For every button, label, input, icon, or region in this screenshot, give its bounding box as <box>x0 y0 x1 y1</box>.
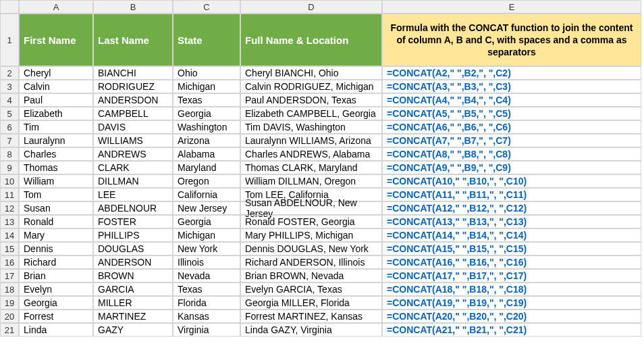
cell-A18[interactable]: Evelyn <box>19 282 93 296</box>
cell-D15[interactable]: Dennis DOUGLAS, New York <box>240 242 382 255</box>
row-header-7[interactable]: 7 <box>0 134 19 147</box>
cell-E15[interactable]: =CONCAT(A15," ",B15,", ",C15) <box>382 242 641 255</box>
cell-C12[interactable]: New Jersey <box>173 201 240 215</box>
row-header-3[interactable]: 3 <box>0 80 19 93</box>
row-header-2[interactable]: 2 <box>0 66 19 80</box>
row-header-5[interactable]: 5 <box>0 107 19 120</box>
cell-C1[interactable]: State <box>173 14 240 66</box>
cell-A5[interactable]: Elizabeth <box>19 107 93 120</box>
cell-E7[interactable]: =CONCAT(A7," ",B7,", ",C7) <box>382 134 641 147</box>
cell-D17[interactable]: Brian BROWN, Nevada <box>240 269 382 282</box>
cell-B2[interactable]: BIANCHI <box>93 66 173 80</box>
cell-E13[interactable]: =CONCAT(A13," ",B13,", ",C13) <box>382 215 641 228</box>
cell-A11[interactable]: Tom <box>19 188 93 201</box>
cell-E20[interactable]: =CONCAT(A20," ",B20,", ",C20) <box>382 310 641 323</box>
col-header-B[interactable]: B <box>93 0 173 14</box>
cell-A1[interactable]: First Name <box>19 14 93 66</box>
cell-B6[interactable]: DAVIS <box>93 120 173 134</box>
cell-C11[interactable]: California <box>173 188 240 201</box>
cell-C19[interactable]: Florida <box>173 296 240 310</box>
cell-A9[interactable]: Thomas <box>19 161 93 174</box>
cell-D3[interactable]: Calvin RODRIGUEZ, Michigan <box>240 80 382 93</box>
cell-D18[interactable]: Evelyn GARCIA, Texas <box>240 282 382 296</box>
cell-B3[interactable]: RODRIGUEZ <box>93 80 173 93</box>
cell-A16[interactable]: Richard <box>19 255 93 269</box>
cell-D1[interactable]: Full Name & Location <box>240 14 382 66</box>
cell-A15[interactable]: Dennis <box>19 242 93 255</box>
cell-C3[interactable]: Michigan <box>173 80 240 93</box>
cell-C17[interactable]: Nevada <box>173 269 240 282</box>
row-header-14[interactable]: 14 <box>0 228 19 242</box>
spreadsheet-grid[interactable]: A B C D E 1 First Name Last Name State F… <box>0 0 644 337</box>
cell-C13[interactable]: Georgia <box>173 215 240 228</box>
row-header-11[interactable]: 11 <box>0 188 19 201</box>
cell-D9[interactable]: Thomas CLARK, Maryland <box>240 161 382 174</box>
cell-D14[interactable]: Mary PHILLIPS, Michigan <box>240 228 382 242</box>
cell-E10[interactable]: =CONCAT(A10," ",B10,", ",C10) <box>382 174 641 188</box>
cell-B19[interactable]: MILLER <box>93 296 173 310</box>
cell-B12[interactable]: ABDELNOUR <box>93 201 173 215</box>
cell-A10[interactable]: William <box>19 174 93 188</box>
cell-A21[interactable]: Linda <box>19 323 93 337</box>
col-header-E[interactable]: E <box>382 0 641 14</box>
row-header-20[interactable]: 20 <box>0 310 19 323</box>
row-header-15[interactable]: 15 <box>0 242 19 255</box>
cell-D16[interactable]: Richard ANDERSON, Illinois <box>240 255 382 269</box>
cell-A20[interactable]: Forrest <box>19 310 93 323</box>
cell-D7[interactable]: Lauralynn WILLIAMS, Arizona <box>240 134 382 147</box>
cell-E4[interactable]: =CONCAT(A4," ",B4,", ",C4) <box>382 93 641 107</box>
cell-B17[interactable]: BROWN <box>93 269 173 282</box>
cell-E21[interactable]: =CONCAT(A21," ",B21,", ",C21) <box>382 323 641 337</box>
col-header-D[interactable]: D <box>240 0 382 14</box>
cell-B18[interactable]: GARCIA <box>93 282 173 296</box>
cell-C4[interactable]: Texas <box>173 93 240 107</box>
col-header-A[interactable]: A <box>19 0 93 14</box>
cell-C18[interactable]: Texas <box>173 282 240 296</box>
row-header-10[interactable]: 10 <box>0 174 19 188</box>
select-all-corner[interactable] <box>0 0 19 14</box>
cell-A17[interactable]: Brian <box>19 269 93 282</box>
cell-B11[interactable]: LEE <box>93 188 173 201</box>
cell-C9[interactable]: Maryland <box>173 161 240 174</box>
cell-B21[interactable]: GAZY <box>93 323 173 337</box>
cell-D19[interactable]: Georgia MILLER, Florida <box>240 296 382 310</box>
cell-C8[interactable]: Alabama <box>173 147 240 161</box>
cell-C20[interactable]: Kansas <box>173 310 240 323</box>
cell-E16[interactable]: =CONCAT(A16," ",B16,", ",C16) <box>382 255 641 269</box>
cell-B5[interactable]: CAMPBELL <box>93 107 173 120</box>
cell-D20[interactable]: Forrest MARTINEZ, Kansas <box>240 310 382 323</box>
cell-B14[interactable]: PHILLIPS <box>93 228 173 242</box>
cell-D6[interactable]: Tim DAVIS, Washington <box>240 120 382 134</box>
cell-A7[interactable]: Lauralynn <box>19 134 93 147</box>
cell-E1[interactable]: Formula with the CONCAT function to join… <box>382 14 641 66</box>
cell-D5[interactable]: Elizabeth CAMPBELL, Georgia <box>240 107 382 120</box>
cell-D10[interactable]: William DILLMAN, Oregon <box>240 174 382 188</box>
cell-C15[interactable]: New York <box>173 242 240 255</box>
cell-C2[interactable]: Ohio <box>173 66 240 80</box>
row-header-1[interactable]: 1 <box>0 14 19 66</box>
cell-E14[interactable]: =CONCAT(A14," ",B14,", ",C14) <box>382 228 641 242</box>
cell-E17[interactable]: =CONCAT(A17," ",B17,", ",C17) <box>382 269 641 282</box>
cell-A13[interactable]: Ronald <box>19 215 93 228</box>
cell-A8[interactable]: Charles <box>19 147 93 161</box>
cell-D4[interactable]: Paul ANDERSDON, Texas <box>240 93 382 107</box>
cell-E19[interactable]: =CONCAT(A19," ",B19,", ",C19) <box>382 296 641 310</box>
row-header-19[interactable]: 19 <box>0 296 19 310</box>
cell-D12[interactable]: Susan ABDELNOUR, New Jersey <box>240 201 382 215</box>
cell-B13[interactable]: FOSTER <box>93 215 173 228</box>
cell-B15[interactable]: DOUGLAS <box>93 242 173 255</box>
cell-E12[interactable]: =CONCAT(A12," ",B12,", ",C12) <box>382 201 641 215</box>
cell-B9[interactable]: CLARK <box>93 161 173 174</box>
cell-B8[interactable]: ANDREWS <box>93 147 173 161</box>
row-header-12[interactable]: 12 <box>0 201 19 215</box>
row-header-13[interactable]: 13 <box>0 215 19 228</box>
col-header-C[interactable]: C <box>173 0 240 14</box>
cell-B7[interactable]: WILLIAMS <box>93 134 173 147</box>
cell-C10[interactable]: Oregon <box>173 174 240 188</box>
cell-B20[interactable]: MARTINEZ <box>93 310 173 323</box>
row-header-4[interactable]: 4 <box>0 93 19 107</box>
cell-E9[interactable]: =CONCAT(A9," ",B9,", ",C9) <box>382 161 641 174</box>
row-header-16[interactable]: 16 <box>0 255 19 269</box>
cell-E2[interactable]: =CONCAT(A2," ",B2,", ",C2) <box>382 66 641 80</box>
cell-E5[interactable]: =CONCAT(A5," ",B5,", ",C5) <box>382 107 641 120</box>
